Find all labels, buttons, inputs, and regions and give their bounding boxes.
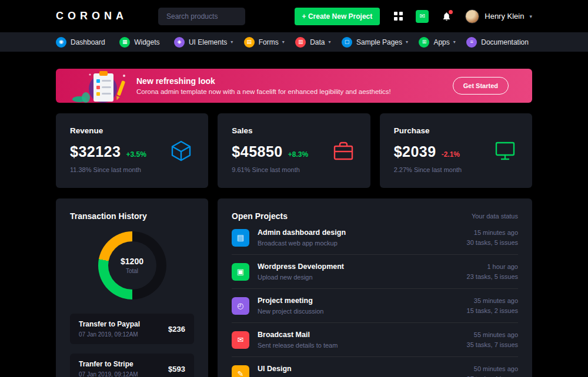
search-input[interactable] [158, 8, 245, 25]
stat-value: $32123 [70, 143, 121, 160]
avatar [465, 9, 479, 23]
user-menu[interactable]: Henry Klein ▾ [465, 9, 532, 23]
transaction-row: Transfer to Paypal 07 Jan 2019, 09:12AM … [70, 314, 194, 344]
main-menu-bar: ◉ Dashboard ▦ Widgets ◈ UI Elements ▾ ▤ … [0, 32, 588, 52]
menu-label: Dashboard [71, 38, 105, 46]
form-icon: ▤ [244, 37, 255, 48]
transaction-amount: $593 [168, 365, 185, 373]
chevron-down-icon: ▾ [453, 39, 456, 45]
create-new-project-button[interactable]: + Create New Project [295, 8, 380, 25]
stat-delta: +8.3% [288, 150, 308, 159]
stat-note: 9.61% Since last month [232, 166, 356, 173]
data-status-label: Your data status [472, 213, 518, 220]
pencil-icon: ✎ [232, 365, 249, 377]
menu-item-ui-elements[interactable]: ◈ UI Elements ▾ [174, 37, 233, 48]
project-title: Admin dashboard design [258, 228, 467, 237]
project-subtitle: Upload new design [258, 274, 467, 281]
menu-label: UI Elements [189, 38, 227, 46]
project-meta: 35 tasks, 7 issues [467, 341, 518, 348]
revenue-card: Revenue $32123 +3.5% 11.38% Since last m… [56, 113, 208, 188]
project-time: 50 minutes ago [467, 365, 518, 372]
project-meta: 15 tasks, 2 issues [467, 307, 518, 314]
donut-center-value: $1200 [121, 257, 143, 266]
project-time: 1 hour ago [467, 263, 518, 270]
open-projects-title: Open Projects [232, 211, 288, 221]
project-subtitle: Sent release details to team [258, 342, 467, 349]
project-meta: 23 tasks, 5 issues [467, 273, 518, 280]
apps-grid-icon[interactable] [394, 12, 403, 21]
mail-icon: ✉ [232, 331, 249, 349]
brand-logo: CORONA [56, 10, 128, 22]
chevron-down-icon: ▾ [329, 39, 331, 45]
transaction-donut-chart: $1200 Total [98, 231, 166, 299]
stat-delta: +3.5% [126, 150, 146, 159]
project-row: ◴ Project meeting New project discussion… [232, 289, 518, 323]
menu-item-dashboard[interactable]: ◉ Dashboard [56, 37, 109, 48]
menu-label: Widgets [134, 38, 159, 46]
transaction-row: Tranfer to Stripe 07 Jan 2019, 09:12AM $… [70, 354, 194, 377]
monitor-icon [493, 139, 517, 165]
transaction-amount: $236 [168, 325, 185, 334]
project-subtitle: Broadcast web app mockup [258, 240, 467, 247]
get-started-button[interactable]: Get Started [453, 77, 509, 95]
chevron-down-icon: ▾ [282, 39, 285, 45]
project-row: ✉ Broadcast Mail Sent release details to… [232, 323, 518, 357]
cube-icon [169, 139, 193, 165]
project-time: 35 minutes ago [467, 297, 518, 304]
menu-item-sample-pages[interactable]: ▢ Sample Pages ▾ [342, 37, 408, 48]
project-title: Wordpress Development [258, 262, 467, 271]
widgets-icon: ▦ [119, 37, 130, 48]
stat-value: $2039 [394, 143, 436, 160]
envelope-glyph: ✉ [420, 12, 425, 20]
menu-item-widgets[interactable]: ▦ Widgets [119, 37, 163, 48]
mail-icon[interactable]: ✉ [416, 10, 429, 23]
notification-dot [449, 10, 453, 14]
menu-item-forms[interactable]: ▤ Forms ▾ [244, 37, 285, 48]
menu-item-data[interactable]: ▥ Data ▾ [295, 37, 330, 48]
chevron-down-icon: ▾ [230, 39, 233, 45]
menu-label: Sample Pages [356, 38, 402, 46]
menu-item-documentation[interactable]: ≡ Documentation [466, 37, 532, 48]
pages-icon: ▢ [342, 37, 352, 48]
project-row: ▤ Admin dashboard design Broadcast web a… [232, 221, 518, 255]
file-icon: ▤ [232, 229, 249, 247]
bell-icon[interactable] [442, 11, 452, 22]
transaction-date: 07 Jan 2019, 09:12AM [79, 371, 138, 377]
transaction-date: 07 Jan 2019, 09:12AM [79, 331, 140, 338]
banner-subtitle: Corona admin template now with a new fac… [136, 88, 453, 95]
menu-label: Data [310, 38, 325, 46]
project-title: Broadcast Mail [258, 331, 467, 339]
menu-item-apps[interactable]: ⊞ Apps ▾ [419, 37, 455, 48]
project-time: 55 minutes ago [467, 331, 518, 338]
stat-title: Sales [232, 126, 356, 135]
stat-note: 11.38% Since last month [70, 166, 194, 173]
purchase-card: Purchase $2039 -2.1% 2.27% Since last mo… [380, 113, 532, 188]
document-icon: ≡ [466, 37, 477, 48]
open-projects-card: Open Projects Your data status ▤ Admin d… [218, 198, 532, 377]
chart-icon: ▥ [295, 37, 306, 48]
stat-title: Revenue [70, 126, 194, 135]
project-row: ✎ UI Design New application planning 50 … [232, 357, 518, 377]
layers-icon: ◈ [174, 37, 185, 48]
project-row: ▣ Wordpress Development Upload new desig… [232, 255, 518, 289]
briefcase-icon [332, 139, 355, 165]
project-title: Project meeting [258, 297, 467, 305]
menu-label: Forms [259, 38, 279, 46]
menu-label: Apps [433, 38, 449, 46]
clock-icon: ◴ [232, 297, 249, 315]
topbar: CORONA + Create New Project ✉ Henry Klei… [0, 0, 588, 32]
transaction-label: Tranfer to Stripe [79, 360, 138, 368]
project-title: UI Design [258, 365, 467, 373]
banner-illustration [66, 70, 137, 103]
sales-card: Sales $45850 +8.3% 9.61% Since last mont… [218, 113, 370, 188]
banner-title: New refreshing look [136, 76, 453, 86]
transaction-label: Transfer to Paypal [79, 320, 140, 328]
chevron-down-icon: ▾ [529, 14, 532, 19]
chevron-down-icon: ▾ [406, 39, 408, 45]
image-icon: ▣ [232, 263, 249, 281]
project-subtitle: New project discussion [258, 308, 467, 315]
stat-title: Purchase [394, 126, 518, 135]
apps-icon: ⊞ [419, 37, 429, 48]
menu-label: Documentation [481, 38, 529, 46]
project-meta: 30 tasks, 5 issues [467, 239, 518, 246]
